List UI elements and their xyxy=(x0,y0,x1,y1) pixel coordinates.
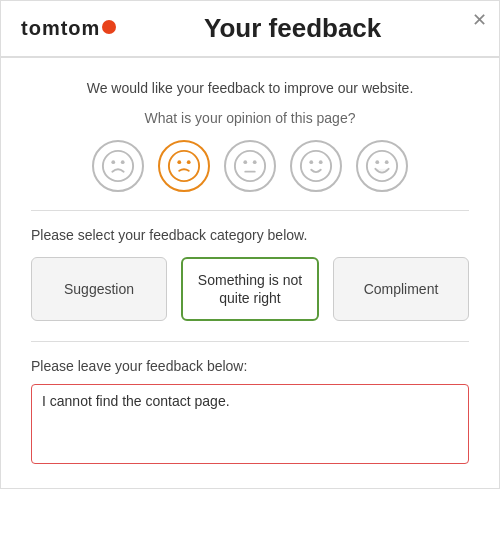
emoji-very-happy[interactable] xyxy=(356,140,408,192)
emoji-happy[interactable] xyxy=(290,140,342,192)
close-button[interactable]: ✕ xyxy=(472,11,487,29)
svg-point-7 xyxy=(243,160,247,164)
category-something-not-right[interactable]: Something is not quite right xyxy=(181,257,319,321)
category-suggestion[interactable]: Suggestion xyxy=(31,257,167,321)
svg-point-15 xyxy=(385,160,389,164)
emoji-very-unhappy[interactable] xyxy=(92,140,144,192)
logo-dot xyxy=(102,20,116,34)
feedback-label: Please leave your feedback below: xyxy=(31,358,469,374)
feedback-modal: tomtom Your feedback ✕ We would like you… xyxy=(0,0,500,489)
svg-point-10 xyxy=(301,151,331,181)
opinion-question: What is your opinion of this page? xyxy=(31,110,469,126)
modal-content: We would like your feedback to improve o… xyxy=(1,58,499,488)
svg-point-12 xyxy=(319,160,323,164)
intro-text: We would like your feedback to improve o… xyxy=(31,80,469,96)
section-divider-2 xyxy=(31,341,469,342)
logo-text: tomtom xyxy=(21,17,100,40)
emoji-neutral[interactable] xyxy=(224,140,276,192)
svg-point-11 xyxy=(309,160,313,164)
svg-point-1 xyxy=(111,160,115,164)
modal-header: tomtom Your feedback ✕ xyxy=(1,1,499,57)
feedback-textarea[interactable] xyxy=(31,384,469,464)
svg-point-3 xyxy=(169,151,199,181)
page-title: Your feedback xyxy=(136,13,479,44)
svg-point-0 xyxy=(103,151,133,181)
category-buttons: Suggestion Something is not quite right … xyxy=(31,257,469,321)
logo: tomtom xyxy=(21,17,116,40)
emoji-unhappy[interactable] xyxy=(158,140,210,192)
section-divider-1 xyxy=(31,210,469,211)
svg-point-4 xyxy=(177,160,181,164)
svg-point-5 xyxy=(187,160,191,164)
category-label: Please select your feedback category bel… xyxy=(31,227,469,243)
svg-point-13 xyxy=(367,151,397,181)
emoji-rating-row xyxy=(31,140,469,192)
svg-point-2 xyxy=(121,160,125,164)
svg-point-6 xyxy=(235,151,265,181)
category-compliment[interactable]: Compliment xyxy=(333,257,469,321)
svg-point-8 xyxy=(253,160,257,164)
svg-point-14 xyxy=(375,160,379,164)
